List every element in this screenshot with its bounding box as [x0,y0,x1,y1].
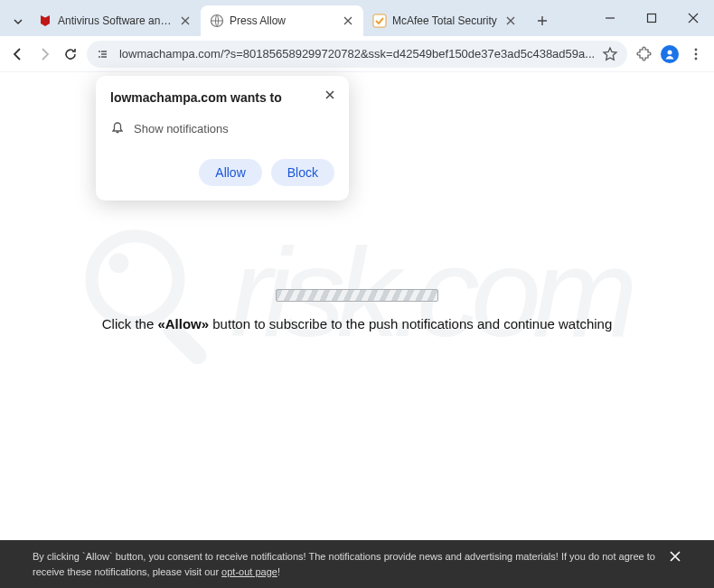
url-text: lowmachampa.com/?s=801856589299720782&ss… [119,47,595,61]
arrow-right-icon [36,46,52,62]
tab-antivirus[interactable]: Antivirus Software and Int [29,5,201,36]
maximize-icon [646,13,657,23]
allow-button[interactable]: Allow [199,159,261,186]
bookmark-button[interactable] [602,46,618,62]
bell-icon [110,121,125,135]
close-icon [324,89,336,101]
consent-text-post: ! [277,566,280,577]
avatar [661,45,679,63]
tab-label: Press Allow [230,14,336,27]
close-icon[interactable] [179,14,192,27]
chevron-down-icon [13,16,23,27]
instruction-bold: «Allow» [157,316,209,331]
menu-button[interactable] [686,42,707,67]
star-icon [602,46,618,62]
titlebar: Antivirus Software and Int Press Allow M… [0,0,714,36]
tab-mcafee-total[interactable]: McAfee Total Security [363,5,526,36]
svg-point-3 [99,51,100,52]
plus-icon [536,14,549,27]
back-button[interactable] [7,42,28,67]
permission-request-text: Show notifications [134,122,229,135]
window-controls [589,0,714,36]
consent-text-pre: By clicking `Allow` button, you consent … [33,551,655,577]
permission-request-row: Show notifications [110,121,334,135]
tab-press-allow[interactable]: Press Allow [201,5,363,36]
svg-point-8 [695,57,698,60]
profile-button[interactable] [659,42,680,67]
arrow-left-icon [10,46,26,62]
person-icon [663,48,676,61]
permission-close-button[interactable] [324,89,336,101]
fake-progress-bar [276,289,438,302]
close-icon [688,13,699,23]
opt-out-link[interactable]: opt-out page [221,566,277,577]
puzzle-icon [635,46,652,62]
checkmark-icon [372,14,387,28]
close-icon[interactable] [342,14,354,27]
close-icon[interactable] [504,14,517,27]
site-settings-icon[interactable] [96,46,112,62]
kebab-icon [688,46,704,62]
new-tab-button[interactable] [530,8,555,33]
minimize-icon [605,13,615,23]
permission-dialog: lowmachampa.com wants to Show notificati… [96,76,349,201]
svg-point-7 [695,52,698,55]
address-bar[interactable]: lowmachampa.com/?s=801856589299720782&ss… [87,41,627,68]
tab-label: Antivirus Software and Int [58,14,174,27]
instruction-post: button to subscribe to the push notifica… [209,316,612,331]
svg-rect-2 [648,14,656,23]
reload-icon [62,46,79,62]
mcafee-icon [38,14,52,28]
page-viewport: risk.com Click the «Allow» button to sub… [0,72,714,588]
consent-bar: By clicking `Allow` button, you consent … [0,540,714,588]
extensions-button[interactable] [633,42,653,67]
reload-button[interactable] [61,42,81,67]
close-window-button[interactable] [672,0,714,36]
globe-icon [210,14,224,28]
instruction-pre: Click the [102,316,158,331]
svg-rect-1 [373,14,386,27]
page-content: Click the «Allow» button to subscribe to… [0,289,714,331]
minimize-button[interactable] [589,0,631,36]
svg-point-4 [99,56,100,58]
instruction-text: Click the «Allow» button to subscribe to… [0,316,714,331]
svg-point-5 [668,50,672,54]
tab-search-dropdown[interactable] [7,7,29,36]
toolbar: lowmachampa.com/?s=801856589299720782&ss… [0,36,714,72]
close-icon [669,550,681,563]
svg-point-6 [695,48,698,51]
tab-label: McAfee Total Security [392,14,499,27]
maximize-button[interactable] [631,0,672,36]
consent-close-button[interactable] [669,550,681,563]
forward-button[interactable] [33,42,54,67]
permission-title: lowmachampa.com wants to [110,90,334,105]
block-button[interactable]: Block [271,159,334,186]
